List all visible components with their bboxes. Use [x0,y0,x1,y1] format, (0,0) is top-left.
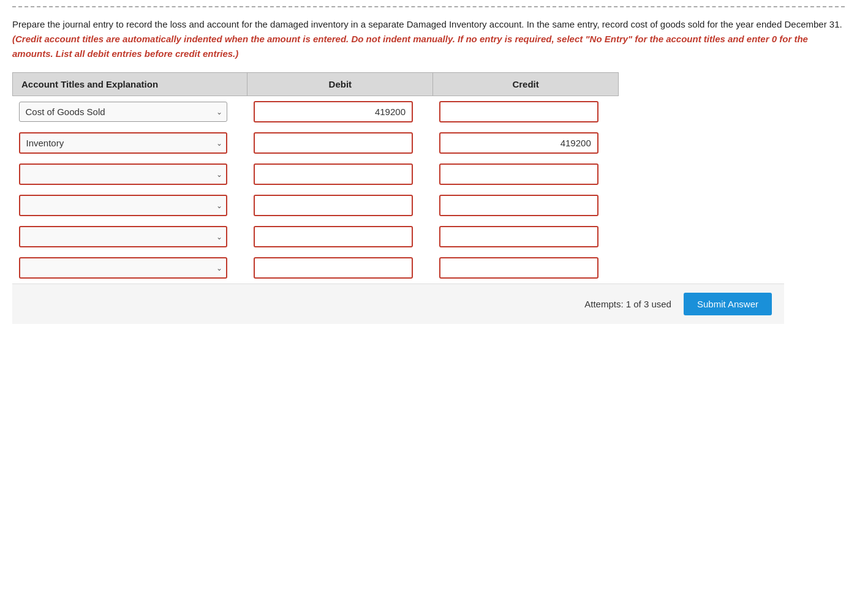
debit-cell [247,159,433,190]
top-dashed-border [12,6,845,7]
credit-cell [433,252,619,284]
instruction-text-2: the same entry, record cost of goods sol… [537,19,842,29]
account-select-wrapper: Inventory ⌄ [19,132,227,154]
table-row: ⌄ [13,190,619,221]
journal-table: Account Titles and Explanation Debit Cre… [12,72,619,284]
submit-answer-button[interactable]: Submit Answer [684,293,772,315]
account-select-wrapper: ⌄ [19,226,227,247]
debit-cell [247,190,433,221]
credit-input-6[interactable] [439,257,598,279]
col-header-credit: Credit [433,73,619,96]
instruction-red-text: (Credit account titles are automatically… [12,34,808,59]
credit-cell [433,221,619,252]
account-select-wrapper: Cost of Goods Sold ⌄ [19,102,227,122]
table-row: ⌄ [13,252,619,284]
debit-cell [247,127,433,159]
debit-input-2[interactable] [254,132,413,154]
debit-cell [247,252,433,284]
debit-input-1[interactable] [254,101,413,122]
credit-input-4[interactable] [439,195,598,216]
instructions-block: Prepare the journal entry to record the … [12,17,845,61]
account-select-5[interactable] [19,226,227,247]
col-header-account: Account Titles and Explanation [13,73,247,96]
table-row: ⌄ [13,221,619,252]
account-select-1[interactable]: Cost of Goods Sold [19,102,227,122]
journal-entry-section: Account Titles and Explanation Debit Cre… [12,72,845,284]
table-row: ⌄ [13,159,619,190]
account-cell: ⌄ [13,221,247,252]
credit-cell [433,190,619,221]
attempts-text: Attempts: 1 of 3 used [584,299,671,309]
instruction-text-1: Prepare the journal entry to record the … [12,19,534,29]
footer-bar: Attempts: 1 of 3 used Submit Answer [12,284,784,324]
account-select-wrapper: ⌄ [19,163,227,185]
account-select-wrapper: ⌄ [19,195,227,216]
account-cell: ⌄ [13,252,247,284]
debit-cell [247,96,433,128]
credit-input-5[interactable] [439,226,598,247]
account-select-6[interactable] [19,257,227,279]
account-cell: ⌄ [13,159,247,190]
account-select-3[interactable] [19,163,227,185]
account-select-wrapper: ⌄ [19,257,227,279]
table-row: Cost of Goods Sold ⌄ [13,96,619,128]
credit-input-2[interactable] [439,132,598,154]
account-cell: Cost of Goods Sold ⌄ [13,96,247,128]
account-cell: ⌄ [13,190,247,221]
debit-input-6[interactable] [254,257,413,279]
debit-input-3[interactable] [254,163,413,185]
debit-input-4[interactable] [254,195,413,216]
debit-input-5[interactable] [254,226,413,247]
account-select-4[interactable] [19,195,227,216]
credit-cell [433,127,619,159]
debit-cell [247,221,433,252]
credit-input-3[interactable] [439,163,598,185]
credit-cell [433,96,619,128]
credit-input-1[interactable] [439,101,598,122]
table-row: Inventory ⌄ [13,127,619,159]
account-cell: Inventory ⌄ [13,127,247,159]
table-header-row: Account Titles and Explanation Debit Cre… [13,73,619,96]
col-header-debit: Debit [247,73,433,96]
account-select-2[interactable]: Inventory [19,132,227,154]
credit-cell [433,159,619,190]
